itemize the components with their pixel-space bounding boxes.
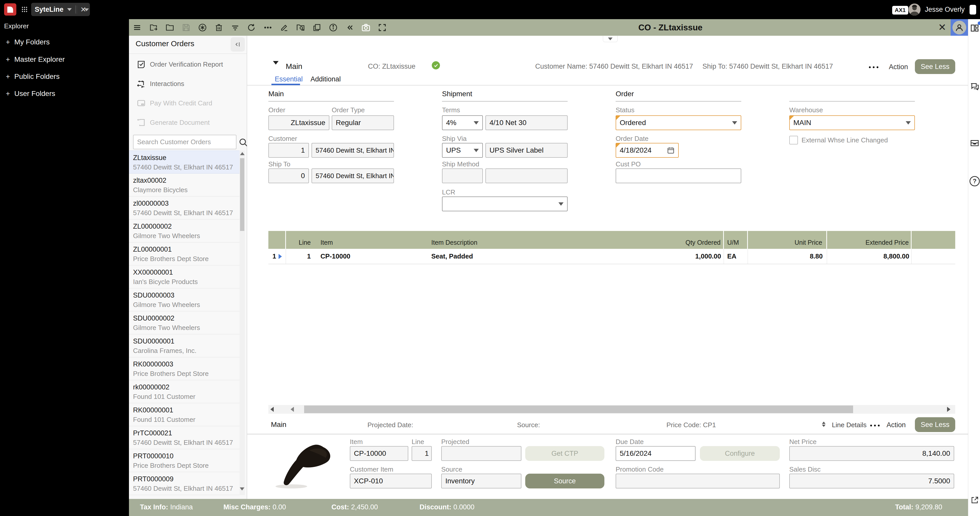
scrollbar-thumb[interactable] — [240, 158, 244, 231]
expand-plus-icon[interactable]: + — [3, 90, 12, 98]
close-form-icon[interactable]: ✕ — [936, 22, 948, 33]
new-record-icon[interactable] — [194, 19, 211, 36]
find-record-icon[interactable] — [293, 19, 309, 36]
sidebar-item-public-folders[interactable]: + Public Folders — [0, 70, 129, 84]
info-icon[interactable] — [325, 19, 341, 36]
collapse-header-chevron-icon[interactable] — [603, 36, 618, 42]
section-collapse-icon[interactable] — [273, 65, 278, 69]
action-order-verification-report[interactable]: Order Verification Report — [129, 55, 247, 74]
list-item[interactable]: zltax00002Claymore Bicycles — [129, 173, 240, 197]
panels-icon[interactable] — [969, 23, 980, 33]
chevron-down-icon[interactable] — [67, 8, 72, 11]
scroll-down-icon[interactable] — [240, 487, 244, 491]
terms-select[interactable]: 4% — [442, 115, 483, 130]
list-item[interactable]: ZL00000001Price Brothers Dept Store — [129, 243, 240, 265]
search-input[interactable] — [133, 135, 237, 149]
menu-icon[interactable] — [129, 19, 145, 36]
scroll-right-icon[interactable] — [947, 407, 950, 412]
lcr-select[interactable] — [442, 197, 568, 211]
item-cell[interactable]: CP-10000 — [314, 249, 429, 264]
terms-description-field[interactable]: 4/10 Net 30 — [485, 115, 568, 130]
line-cell[interactable]: 1 — [286, 249, 314, 264]
sales-disc-field[interactable]: 7.5000 — [789, 474, 954, 489]
new-icon[interactable] — [145, 19, 162, 36]
detail-see-less-button[interactable]: See Less — [915, 417, 955, 432]
list-item[interactable]: PRT000000957460 Dewitt St, Elkhart IN 46… — [129, 472, 240, 495]
ship-to-number-field[interactable]: 0 — [268, 168, 309, 183]
item-field[interactable]: CP-10000 — [350, 446, 408, 461]
list-item[interactable]: PRT0000010Price Brothers Dept Store — [129, 449, 240, 472]
ship-to-name-field[interactable]: 57460 Dewitt St, Elkhart IN 46517 — [312, 168, 394, 183]
customer-item-field[interactable]: XCP-010 — [350, 474, 432, 489]
user-name[interactable]: Jesse Overly — [925, 6, 965, 14]
detail-action-menu[interactable]: Action — [886, 421, 906, 429]
line-details-toggle[interactable]: Line Details — [832, 421, 867, 429]
avatar[interactable] — [908, 3, 921, 16]
expand-plus-icon[interactable]: + — [3, 56, 12, 64]
expand-plus-icon[interactable]: + — [3, 38, 12, 46]
open-icon[interactable] — [162, 19, 178, 36]
get-ctp-button[interactable]: Get CTP — [525, 446, 605, 461]
user-options-button[interactable] — [951, 19, 968, 36]
horizontal-scrollbar[interactable] — [268, 405, 955, 414]
vertical-scrollbar[interactable] — [240, 151, 245, 495]
net-price-field[interactable]: 8,140.00 — [789, 446, 954, 461]
collapse-panel-button[interactable] — [231, 37, 245, 52]
ship-via-description-field[interactable]: UPS Silver Label — [485, 143, 568, 158]
action-interactions[interactable]: Interactions — [129, 74, 247, 94]
col-unit-price[interactable]: Unit Price — [748, 231, 827, 249]
ship-via-select[interactable]: UPS — [442, 143, 483, 158]
order-type-field[interactable]: Regular — [332, 115, 394, 130]
edit-icon[interactable] — [276, 19, 293, 36]
help-icon[interactable]: ? — [969, 176, 980, 186]
ship-method-field[interactable] — [442, 168, 483, 183]
qty-ordered-cell[interactable]: 1,000.00 — [608, 249, 724, 264]
customer-name-field[interactable]: 57460 Dewitt St, Elkhart IN 46517 — [312, 143, 394, 158]
customer-number-field[interactable]: 1 — [268, 143, 309, 158]
order-date-field[interactable]: 4/18/2024 — [616, 143, 679, 158]
ship-method-description-field[interactable] — [485, 168, 568, 183]
share-icon[interactable] — [969, 495, 980, 505]
copy-icon[interactable] — [309, 19, 325, 36]
scroll-left-icon[interactable] — [291, 407, 294, 412]
source-button[interactable]: Source — [525, 474, 605, 489]
action-pay-with-credit-card[interactable]: Pay With Credit Card — [129, 94, 247, 113]
environment-badge[interactable]: AX1 — [892, 6, 908, 14]
list-item[interactable]: zl0000000357460 Dewitt St, Elkhart IN 46… — [129, 197, 240, 219]
col-item-description[interactable]: Item Description — [429, 231, 608, 249]
see-less-button[interactable]: See Less — [915, 59, 955, 74]
scroll-up-icon[interactable] — [240, 152, 245, 155]
list-item[interactable]: ZL00000002Gilmore Two Wheelers — [129, 219, 240, 243]
sidebar-item-my-folders[interactable]: + My Folders — [0, 35, 129, 49]
list-item[interactable]: RK00000001Found 101 Customer — [129, 403, 240, 426]
more-icon[interactable] — [869, 425, 881, 426]
list-item[interactable]: SDU0000002Gilmore Two Wheelers — [129, 311, 240, 334]
calendar-icon[interactable] — [667, 146, 675, 154]
warehouse-select[interactable]: MAIN — [789, 115, 915, 130]
action-menu[interactable]: Action — [889, 63, 908, 71]
line-details-toggle-icon[interactable] — [822, 422, 826, 427]
col-um[interactable]: U/M — [724, 231, 748, 249]
action-generate-document[interactable]: Generate Document — [129, 113, 247, 132]
line-field[interactable]: 1 — [412, 446, 432, 461]
list-item[interactable]: rk00000002Found 101 Customer — [129, 380, 240, 403]
external-whse-checkbox[interactable] — [789, 136, 798, 144]
list-item[interactable]: ZLtaxissue57460 Dewitt St, Elkhart IN 46… — [129, 151, 240, 173]
tab-syteline[interactable]: SyteLine ✕ — [31, 3, 90, 16]
list-item[interactable]: XX00000001Ian's Bicycle Products — [129, 265, 240, 288]
list-item[interactable]: SDU0000001Carolina Frames, Inc. — [129, 334, 240, 357]
table-row[interactable]: 1 1 CP-10000 Seat, Padded 1,000.00 EA 8.… — [268, 249, 955, 264]
expand-plus-icon[interactable]: + — [3, 73, 12, 81]
due-date-field[interactable]: 5/16/2024 — [616, 446, 695, 461]
configure-button[interactable]: Configure — [700, 446, 780, 461]
scrollbar-thumb[interactable] — [304, 405, 853, 413]
more-icon[interactable] — [868, 66, 880, 68]
list-item[interactable]: RK00000003Price Brothers Dept Store — [129, 357, 240, 380]
mobile-device-icon[interactable] — [969, 5, 976, 14]
inbox-icon[interactable] — [969, 138, 980, 148]
save-icon[interactable] — [178, 19, 194, 36]
projected-field[interactable] — [441, 446, 522, 461]
refresh-icon[interactable] — [243, 19, 260, 36]
infor-logo-icon[interactable] — [4, 3, 16, 16]
col-qty-ordered[interactable]: Qty Ordered — [608, 231, 724, 249]
